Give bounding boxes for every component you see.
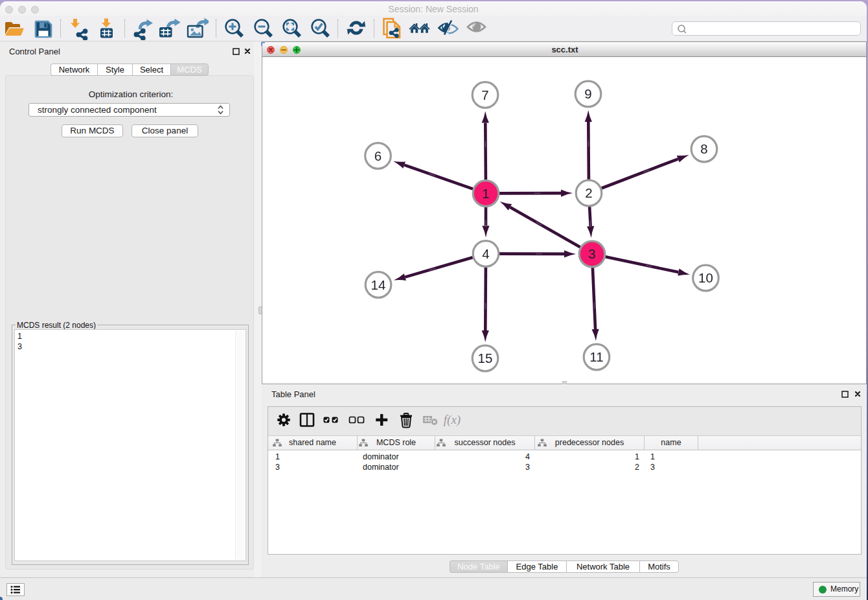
svg-text:3: 3 — [588, 246, 595, 261]
svg-text:8: 8 — [700, 141, 707, 156]
svg-text:1: 1 — [482, 186, 489, 201]
svg-text:10: 10 — [698, 270, 713, 285]
svg-text:f(x): f(x) — [444, 413, 461, 427]
svg-text:14: 14 — [371, 277, 386, 292]
svg-text:11: 11 — [589, 349, 603, 364]
svg-text:6: 6 — [374, 148, 382, 163]
svg-text:7: 7 — [481, 87, 488, 102]
svg-text:9: 9 — [584, 86, 591, 101]
svg-text:4: 4 — [482, 246, 489, 261]
svg-text:2: 2 — [585, 185, 592, 200]
svg-text:15: 15 — [478, 351, 493, 365]
